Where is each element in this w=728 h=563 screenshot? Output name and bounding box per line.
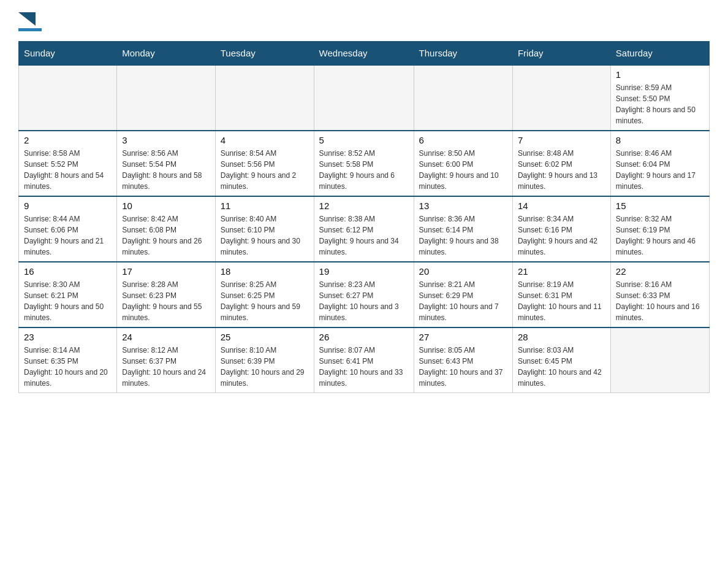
- day-number: 28: [518, 332, 605, 342]
- calendar-cell: 24Sunrise: 8:12 AMSunset: 6:37 PMDayligh…: [117, 327, 216, 393]
- weekday-header-friday: Friday: [512, 42, 610, 66]
- calendar-cell: 6Sunrise: 8:50 AMSunset: 6:00 PMDaylight…: [414, 131, 512, 196]
- day-info: Sunrise: 8:19 AMSunset: 6:31 PMDaylight:…: [518, 279, 605, 323]
- day-info: Sunrise: 8:48 AMSunset: 6:02 PMDaylight:…: [518, 148, 605, 192]
- day-number: 2: [24, 135, 112, 145]
- day-info: Sunrise: 8:56 AMSunset: 5:54 PMDaylight:…: [122, 148, 210, 192]
- weekday-header-tuesday: Tuesday: [215, 42, 314, 66]
- day-info: Sunrise: 8:44 AMSunset: 6:06 PMDaylight:…: [24, 213, 112, 258]
- day-info: Sunrise: 8:30 AMSunset: 6:21 PMDaylight:…: [24, 279, 112, 323]
- day-number: 27: [419, 332, 507, 342]
- day-number: 7: [518, 135, 605, 145]
- logo-arrow-icon: [18, 12, 36, 31]
- calendar-week-4: 16Sunrise: 8:30 AMSunset: 6:21 PMDayligh…: [19, 262, 710, 327]
- day-number: 11: [221, 201, 309, 211]
- calendar-week-5: 23Sunrise: 8:14 AMSunset: 6:35 PMDayligh…: [19, 327, 710, 393]
- day-number: 19: [319, 266, 409, 277]
- weekday-header-sunday: Sunday: [19, 42, 117, 66]
- day-info: Sunrise: 8:05 AMSunset: 6:43 PMDaylight:…: [419, 345, 507, 389]
- calendar-cell: 9Sunrise: 8:44 AMSunset: 6:06 PMDaylight…: [19, 196, 117, 262]
- weekday-header-wednesday: Wednesday: [314, 42, 414, 66]
- day-info: Sunrise: 8:34 AMSunset: 6:16 PMDaylight:…: [518, 213, 605, 258]
- calendar-cell: [19, 65, 117, 131]
- calendar-cell: 19Sunrise: 8:23 AMSunset: 6:27 PMDayligh…: [314, 262, 414, 327]
- calendar-week-2: 2Sunrise: 8:58 AMSunset: 5:52 PMDaylight…: [19, 131, 710, 196]
- day-number: 10: [122, 201, 210, 211]
- day-info: Sunrise: 8:36 AMSunset: 6:14 PMDaylight:…: [419, 213, 507, 258]
- day-number: 1: [616, 69, 704, 80]
- calendar-cell: 11Sunrise: 8:40 AMSunset: 6:10 PMDayligh…: [215, 196, 314, 262]
- calendar-cell: 13Sunrise: 8:36 AMSunset: 6:14 PMDayligh…: [414, 196, 512, 262]
- calendar-cell: 25Sunrise: 8:10 AMSunset: 6:39 PMDayligh…: [215, 327, 314, 393]
- day-info: Sunrise: 8:52 AMSunset: 5:58 PMDaylight:…: [319, 148, 409, 192]
- day-info: Sunrise: 8:46 AMSunset: 6:04 PMDaylight:…: [616, 148, 704, 192]
- calendar-header: SundayMondayTuesdayWednesdayThursdayFrid…: [19, 42, 710, 66]
- day-number: 23: [24, 332, 112, 342]
- calendar-cell: 20Sunrise: 8:21 AMSunset: 6:29 PMDayligh…: [414, 262, 512, 327]
- day-info: Sunrise: 8:58 AMSunset: 5:52 PMDaylight:…: [24, 148, 112, 192]
- calendar-cell: 5Sunrise: 8:52 AMSunset: 5:58 PMDaylight…: [314, 131, 414, 196]
- calendar-cell: 21Sunrise: 8:19 AMSunset: 6:31 PMDayligh…: [512, 262, 610, 327]
- calendar-cell: [610, 327, 709, 393]
- weekday-row: SundayMondayTuesdayWednesdayThursdayFrid…: [19, 42, 710, 66]
- day-number: 21: [518, 266, 605, 277]
- day-number: 9: [24, 201, 112, 211]
- calendar-cell: [215, 65, 314, 131]
- calendar-cell: 18Sunrise: 8:25 AMSunset: 6:25 PMDayligh…: [215, 262, 314, 327]
- page-header: [18, 12, 710, 31]
- calendar-cell: [314, 65, 414, 131]
- day-info: Sunrise: 8:50 AMSunset: 6:00 PMDaylight:…: [419, 148, 507, 192]
- calendar-cell: 15Sunrise: 8:32 AMSunset: 6:19 PMDayligh…: [610, 196, 709, 262]
- day-number: 20: [419, 266, 507, 277]
- day-info: Sunrise: 8:32 AMSunset: 6:19 PMDaylight:…: [616, 213, 704, 258]
- calendar-cell: 14Sunrise: 8:34 AMSunset: 6:16 PMDayligh…: [512, 196, 610, 262]
- weekday-header-monday: Monday: [117, 42, 216, 66]
- calendar-cell: 26Sunrise: 8:07 AMSunset: 6:41 PMDayligh…: [314, 327, 414, 393]
- day-info: Sunrise: 8:14 AMSunset: 6:35 PMDaylight:…: [24, 345, 112, 389]
- day-number: 3: [122, 135, 210, 145]
- day-number: 5: [319, 135, 409, 145]
- day-number: 15: [616, 201, 704, 211]
- calendar-cell: 4Sunrise: 8:54 AMSunset: 5:56 PMDaylight…: [215, 131, 314, 196]
- day-info: Sunrise: 8:10 AMSunset: 6:39 PMDaylight:…: [221, 345, 309, 389]
- day-number: 17: [122, 266, 210, 277]
- calendar-body: 1Sunrise: 8:59 AMSunset: 5:50 PMDaylight…: [19, 65, 710, 393]
- calendar-cell: 22Sunrise: 8:16 AMSunset: 6:33 PMDayligh…: [610, 262, 709, 327]
- day-number: 12: [319, 201, 409, 211]
- day-info: Sunrise: 8:25 AMSunset: 6:25 PMDaylight:…: [221, 279, 309, 323]
- day-number: 22: [616, 266, 704, 277]
- day-number: 26: [319, 332, 409, 342]
- calendar-cell: 27Sunrise: 8:05 AMSunset: 6:43 PMDayligh…: [414, 327, 512, 393]
- calendar-cell: [414, 65, 512, 131]
- calendar-cell: 8Sunrise: 8:46 AMSunset: 6:04 PMDaylight…: [610, 131, 709, 196]
- logo: [18, 12, 44, 31]
- calendar-week-1: 1Sunrise: 8:59 AMSunset: 5:50 PMDaylight…: [19, 65, 710, 131]
- calendar-cell: 16Sunrise: 8:30 AMSunset: 6:21 PMDayligh…: [19, 262, 117, 327]
- day-number: 18: [221, 266, 309, 277]
- day-info: Sunrise: 8:59 AMSunset: 5:50 PMDaylight:…: [616, 82, 704, 126]
- day-number: 25: [221, 332, 309, 342]
- calendar-cell: 17Sunrise: 8:28 AMSunset: 6:23 PMDayligh…: [117, 262, 216, 327]
- day-info: Sunrise: 8:23 AMSunset: 6:27 PMDaylight:…: [319, 279, 409, 323]
- calendar-week-3: 9Sunrise: 8:44 AMSunset: 6:06 PMDaylight…: [19, 196, 710, 262]
- svg-marker-0: [18, 12, 36, 26]
- day-info: Sunrise: 8:21 AMSunset: 6:29 PMDaylight:…: [419, 279, 507, 323]
- day-info: Sunrise: 8:16 AMSunset: 6:33 PMDaylight:…: [616, 279, 704, 323]
- calendar-cell: 7Sunrise: 8:48 AMSunset: 6:02 PMDaylight…: [512, 131, 610, 196]
- day-number: 4: [221, 135, 309, 145]
- day-number: 8: [616, 135, 704, 145]
- day-number: 14: [518, 201, 605, 211]
- day-number: 6: [419, 135, 507, 145]
- day-info: Sunrise: 8:54 AMSunset: 5:56 PMDaylight:…: [221, 148, 309, 192]
- calendar-cell: [117, 65, 216, 131]
- calendar-cell: 3Sunrise: 8:56 AMSunset: 5:54 PMDaylight…: [117, 131, 216, 196]
- calendar-cell: 28Sunrise: 8:03 AMSunset: 6:45 PMDayligh…: [512, 327, 610, 393]
- day-number: 16: [24, 266, 112, 277]
- day-info: Sunrise: 8:38 AMSunset: 6:12 PMDaylight:…: [319, 213, 409, 258]
- calendar-cell: 1Sunrise: 8:59 AMSunset: 5:50 PMDaylight…: [610, 65, 709, 131]
- calendar-cell: [512, 65, 610, 131]
- day-info: Sunrise: 8:07 AMSunset: 6:41 PMDaylight:…: [319, 345, 409, 389]
- day-info: Sunrise: 8:03 AMSunset: 6:45 PMDaylight:…: [518, 345, 605, 389]
- day-info: Sunrise: 8:12 AMSunset: 6:37 PMDaylight:…: [122, 345, 210, 389]
- day-number: 24: [122, 332, 210, 342]
